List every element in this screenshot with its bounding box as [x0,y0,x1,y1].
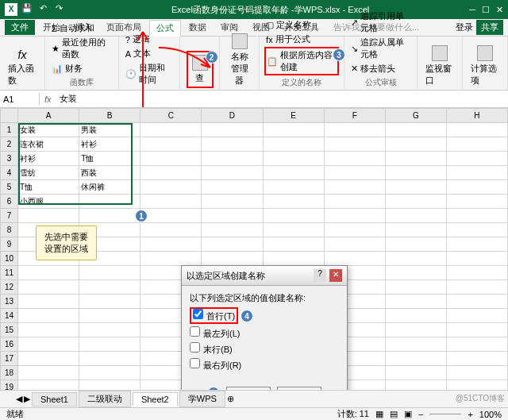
sheet-tab[interactable]: 学WPS [179,391,225,407]
login-link[interactable]: 登录 [456,21,473,33]
save-icon[interactable]: 💾 [21,3,33,16]
opt-right-col[interactable]: 最右列(R) [190,358,339,372]
status-ready: 就绪 [6,408,24,420]
sheet-nav-icon[interactable]: ◀ [16,394,22,404]
maximize-icon[interactable]: ☐ [482,5,490,15]
minimize-icon[interactable]: ─ [469,5,475,15]
zoom-level[interactable]: 100% [479,410,502,419]
fx-icon[interactable]: fx [40,94,56,104]
zoom-in-icon[interactable]: + [468,410,472,419]
undo-icon[interactable]: ↶ [37,3,49,16]
zoom-out-icon[interactable]: − [418,410,423,419]
calc-options-button[interactable]: 计算选项 [468,44,502,88]
use-formula-button[interactable]: fx 用于公式 [264,33,339,46]
formula-bar[interactable]: 女装 [56,91,508,106]
badge-3: 3 [333,48,345,61]
excel-icon: X [5,3,17,16]
watch-window-button[interactable]: 监视窗口 [422,44,457,88]
zoom-slider[interactable] [429,414,461,414]
tab-data[interactable]: 数据 [183,20,213,35]
dialog-help-icon[interactable]: ? [314,269,326,282]
sheet-tab[interactable]: 二级联动 [79,391,131,407]
status-count: 计数: 11 [337,408,369,420]
remove-arrows-button[interactable]: ✕ 移去箭头 [349,62,412,75]
watermark: @51CTO博客 [456,393,505,404]
insert-function-button[interactable]: fx插入函数 [5,47,40,88]
sheet-tab[interactable]: Sheet1 [32,392,77,407]
autosum-button[interactable]: Σ 自动求和 [50,21,114,35]
view-break-icon[interactable]: ▣ [404,409,412,419]
badge-1: 1 [135,210,148,222]
sheet-tab-active[interactable]: Sheet2 [133,392,178,407]
dialog-label: 以下列选定区域的值创建名称: [190,292,339,304]
trace-dependents-button[interactable]: ↘ 追踪从属单元格 [349,36,412,61]
opt-left-col[interactable]: 最左列(L) [190,326,339,340]
trace-precedents-button[interactable]: ↗ 追踪引用单元格 [349,10,412,35]
name-manager-button[interactable]: 名称 管理器 [225,32,254,88]
create-names-dialog: 以选定区域创建名称 ? ✕ 以下列选定区域的值创建名称: 首行(T) 4 最左列… [181,265,348,402]
dialog-close-icon[interactable]: ✕ [329,269,342,282]
tab-file[interactable]: 文件 [5,20,35,35]
dialog-title: 以选定区域创建名称 [187,270,265,282]
redo-icon[interactable]: ↷ [52,3,65,16]
define-name-button[interactable]: ▢ 定义名称 [264,18,339,32]
name-box[interactable]: A1 [0,93,40,106]
badge-2: 2 [206,51,218,64]
date-button[interactable]: 🕐 日期和时间 [124,61,175,87]
close-icon[interactable]: ✕ [496,5,503,15]
badge-4: 4 [241,310,253,322]
view-layout-icon[interactable]: ▤ [390,409,398,419]
quick-access: 💾 ↶ ↷ [21,3,65,16]
financial-button[interactable]: 📊 财务 [50,62,114,75]
add-sheet-icon[interactable]: ⊕ [227,394,234,404]
create-from-selection-button[interactable]: 📋 根据所选内容创建3 [264,47,339,75]
tab-formulas[interactable]: 公式 [149,20,181,37]
callout-tip: 先选中需要 设置的区域 [36,225,97,260]
view-normal-icon[interactable]: ▦ [375,409,383,419]
opt-top-row[interactable]: 首行(T) 4 [190,307,339,324]
recent-fn-button[interactable]: ★ 最近使用的函数 [50,36,114,61]
opt-bottom-row[interactable]: 末行(B) [190,342,339,356]
text-button[interactable]: A 文本 [124,47,175,60]
sheet-nav-icon[interactable]: ▶ [24,394,30,404]
share-button[interactable]: 共享 [476,20,503,35]
